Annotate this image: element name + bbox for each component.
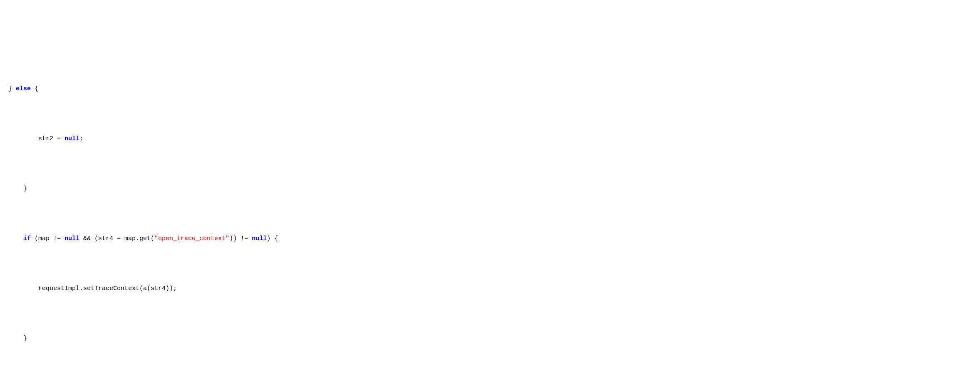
code-line-5: requestImpl.setTraceContext(a(str4));: [0, 284, 980, 294]
code-line-2: str2 = null;: [0, 134, 980, 144]
code-line-4: if (map != null && (str4 = map.get("open…: [0, 234, 980, 244]
code-line-6: }: [0, 334, 980, 344]
code-line-1: } else {: [0, 84, 980, 94]
code-line-3: }: [0, 184, 980, 194]
code-container: } else { str2 = null; } if (map != null …: [0, 40, 980, 372]
